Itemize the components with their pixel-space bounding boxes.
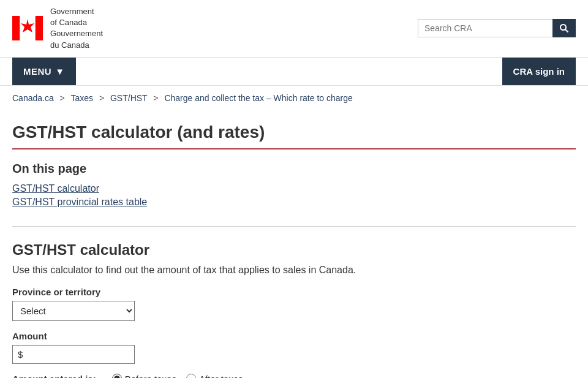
amount-input[interactable]: [28, 346, 126, 363]
radio-after-taxes-label: After taxes: [199, 374, 243, 378]
province-label: Province or territory: [12, 287, 576, 297]
calculator-description: Use this calculator to find out the amou…: [12, 265, 576, 276]
calculator-heading: GST/HST calculator: [12, 241, 576, 259]
canada-flag-icon: [12, 16, 43, 40]
breadcrumb-sep-3: >: [153, 93, 158, 103]
gov-name: Government of Canada Gouvernement du Can…: [50, 6, 103, 51]
radio-before-taxes-label: Before taxes: [125, 374, 176, 378]
site-header: Government of Canada Gouvernement du Can…: [0, 0, 588, 58]
logo-area: Government of Canada Gouvernement du Can…: [12, 6, 103, 51]
main-content: GST/HST calculator (and rates) On this p…: [0, 110, 588, 378]
dollar-sign-icon: $: [13, 346, 28, 363]
search-icon: [559, 23, 569, 33]
breadcrumb-canada[interactable]: Canada.ca: [12, 93, 54, 103]
page-title: GST/HST calculator (and rates): [12, 123, 576, 149]
province-form-group: Province or territory Select Alberta Bri…: [12, 287, 576, 321]
nav-bar: MENU ▼ CRA sign in: [0, 58, 588, 86]
menu-label: MENU: [23, 66, 51, 77]
province-select[interactable]: Select Alberta British Columbia Manitoba…: [12, 301, 135, 321]
svg-rect-1: [36, 16, 43, 40]
radio-after-taxes[interactable]: After taxes: [186, 374, 243, 378]
svg-rect-0: [12, 16, 20, 40]
search-input[interactable]: [418, 19, 552, 37]
amount-input-wrapper: $: [12, 345, 135, 364]
radio-after-taxes-input[interactable]: [186, 374, 196, 378]
amount-entered-group: Amount entered is: Before taxes After ta…: [12, 374, 576, 378]
link-gst-rates-table[interactable]: GST/HST provincial rates table: [12, 197, 576, 208]
amount-label: Amount: [12, 331, 576, 341]
chevron-down-icon: ▼: [55, 66, 64, 77]
breadcrumb-gsthst[interactable]: GST/HST: [110, 93, 147, 103]
search-area: [418, 19, 576, 37]
on-this-page-links: GST/HST calculator GST/HST provincial ra…: [12, 183, 576, 208]
breadcrumb: Canada.ca > Taxes > GST/HST > Charge and…: [0, 86, 588, 110]
svg-line-5: [565, 29, 568, 32]
radio-before-taxes-input[interactable]: [112, 374, 122, 378]
link-gst-calculator[interactable]: GST/HST calculator: [12, 183, 576, 194]
breadcrumb-taxes[interactable]: Taxes: [70, 93, 93, 103]
svg-point-4: [560, 25, 566, 30]
section-divider: [12, 226, 576, 227]
menu-button[interactable]: MENU ▼: [12, 58, 76, 85]
amount-entered-label: Amount entered is:: [12, 374, 96, 378]
cra-signin-button[interactable]: CRA sign in: [502, 58, 576, 85]
search-button[interactable]: [552, 19, 576, 37]
breadcrumb-sep-2: >: [99, 93, 104, 103]
on-this-page-heading: On this page: [12, 162, 576, 176]
breadcrumb-sep-1: >: [60, 93, 65, 103]
radio-before-taxes[interactable]: Before taxes: [112, 374, 176, 378]
breadcrumb-charge[interactable]: Charge and collect the tax – Which rate …: [164, 93, 352, 103]
amount-form-group: Amount $: [12, 331, 576, 364]
cra-signin-label: CRA sign in: [513, 66, 565, 77]
